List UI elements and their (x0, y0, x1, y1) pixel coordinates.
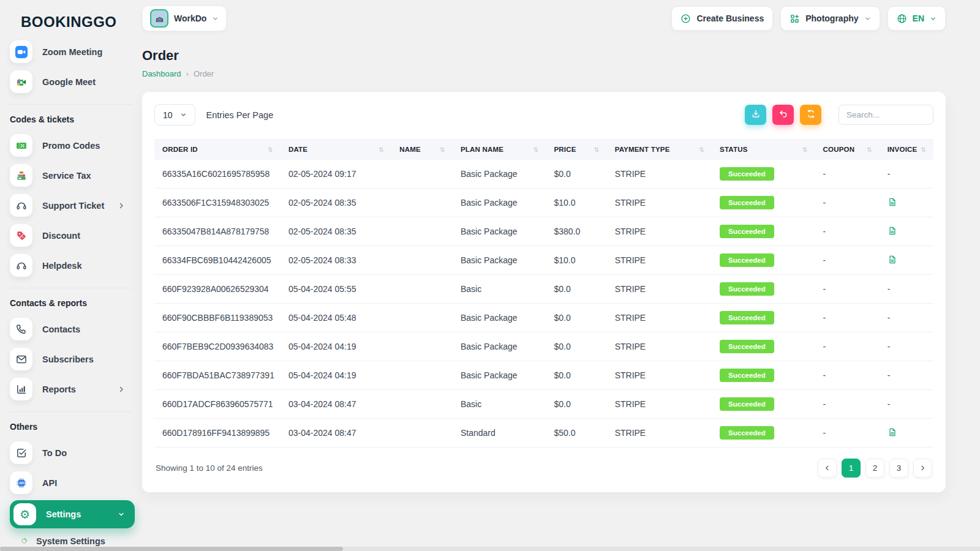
cell-coupon: - (815, 304, 879, 332)
sort-icon[interactable]: ⇅ (268, 146, 274, 153)
table-row: 660F7BDA51BAC73897739105-04-2024 04:19Ba… (154, 361, 933, 390)
sort-icon[interactable]: ⇅ (440, 146, 447, 153)
app-logo[interactable]: BOOKINGGO (0, 9, 142, 37)
horizontal-scrollbar[interactable] (0, 547, 980, 551)
column-header-payment-type[interactable]: PAYMENT TYPE⇅ (607, 139, 712, 160)
app-root: BOOKINGGO Zoom MeetingGoogle MeetCodes &… (0, 0, 980, 551)
chevron-down-icon (930, 15, 937, 22)
cell-payment-type: STRIPE (607, 361, 712, 390)
sort-icon[interactable]: ⇅ (533, 146, 540, 153)
cell-name (391, 390, 453, 419)
cell-name (391, 189, 453, 217)
pagination-page-2[interactable]: 2 (865, 459, 884, 478)
page-title: Order (142, 48, 946, 64)
sidebar-item-label: Discount (42, 231, 80, 241)
sidebar: BOOKINGGO Zoom MeetingGoogle MeetCodes &… (0, 0, 142, 551)
sort-icon[interactable]: ⇅ (594, 146, 601, 153)
column-label: STATUS (720, 146, 748, 153)
cell-price: $50.0 (546, 419, 606, 448)
column-header-price[interactable]: PRICE⇅ (546, 139, 606, 160)
column-header-order-id[interactable]: ORDER ID⇅ (154, 139, 281, 160)
column-header-date[interactable]: DATE⇅ (281, 139, 391, 160)
column-label: PLAN NAME (461, 146, 503, 153)
status-badge: Succeeded (720, 340, 774, 353)
cell-date: 05-04-2024 04:19 (281, 332, 391, 361)
column-header-invoice[interactable]: INVOICE⇅ (880, 139, 933, 160)
sidebar-item-reports[interactable]: Reports (10, 377, 135, 402)
sort-icon[interactable]: ⇅ (867, 146, 873, 153)
sort-icon[interactable]: ⇅ (379, 146, 386, 153)
pagination-page-3[interactable]: 3 (889, 459, 908, 478)
column-label: INVOICE (888, 146, 918, 153)
cell-plan-name: Basic Package (453, 189, 546, 217)
workspace-selector[interactable]: WorkDo (142, 6, 227, 31)
create-business-button[interactable]: Create Business (671, 6, 773, 31)
column-header-plan-name[interactable]: PLAN NAME⇅ (453, 139, 546, 160)
search-container (839, 105, 933, 125)
cell-invoice[interactable] (880, 419, 933, 448)
column-label: ORDER ID (162, 146, 198, 153)
invoice-file-icon[interactable] (888, 427, 897, 437)
refresh-button[interactable] (800, 105, 821, 125)
table-row: 660F7BEB9C2D093963408305-04-2024 04:19Ba… (154, 332, 933, 361)
cell-invoice[interactable] (880, 189, 933, 217)
cell-invoice[interactable] (880, 246, 933, 275)
sidebar-item-label: Contacts (42, 324, 80, 334)
sort-icon[interactable]: ⇅ (802, 146, 809, 153)
table-row: 66335047B814A87817975802-05-2024 08:35Ba… (154, 217, 933, 246)
cell-order-id: 6633506F1C315948303025 (154, 189, 281, 217)
sidebar-item-service-tax[interactable]: Service Tax (10, 163, 135, 188)
cell-date: 02-05-2024 08:33 (281, 246, 391, 275)
cell-coupon: - (815, 390, 879, 419)
search-input[interactable] (839, 105, 933, 125)
cell-status: Succeeded (712, 361, 815, 390)
invoice-file-icon[interactable] (888, 255, 897, 264)
cell-plan-name: Basic Package (453, 304, 546, 332)
column-header-name[interactable]: NAME⇅ (391, 139, 453, 160)
pagination-prev-button[interactable] (818, 459, 837, 478)
breadcrumb-dashboard-link[interactable]: Dashboard (142, 69, 181, 78)
sort-icon[interactable]: ⇅ (699, 146, 706, 153)
invoice-file-icon[interactable] (888, 197, 897, 207)
scrollbar-thumb[interactable] (0, 547, 343, 551)
cell-invoice: - (880, 275, 933, 304)
sidebar-item-api[interactable]: APIAPI (10, 470, 135, 495)
sidebar-item-discount[interactable]: Discount (10, 223, 135, 248)
column-header-coupon[interactable]: COUPON⇅ (815, 139, 879, 160)
sidebar-item-helpdesk[interactable]: Helpdesk (10, 253, 135, 278)
cell-invoice[interactable] (880, 217, 933, 246)
promo-codes-icon (10, 134, 32, 157)
pagination-page-1[interactable]: 1 (842, 459, 861, 478)
column-header-status[interactable]: STATUS⇅ (712, 139, 815, 160)
cell-coupon: - (815, 189, 879, 217)
cell-invoice: - (880, 361, 933, 390)
export-download-button[interactable] (745, 105, 766, 125)
sidebar-item-support-ticket[interactable]: Support Ticket (10, 193, 135, 218)
sidebar-nav: Zoom MeetingGoogle MeetCodes & ticketsPr… (0, 37, 142, 551)
sort-icon[interactable]: ⇅ (921, 146, 927, 153)
sidebar-item-contacts[interactable]: Contacts (10, 317, 135, 342)
entries-per-page-select[interactable]: 10 (154, 104, 195, 126)
sidebar-item-to-do[interactable]: To Do (10, 440, 135, 465)
invoice-file-icon[interactable] (888, 226, 897, 236)
sidebar-item-subscribers[interactable]: Subscribers (10, 347, 135, 372)
sidebar-item-settings[interactable]: ⚙Settings (10, 500, 135, 528)
sidebar-section-contacts-reports: Contacts & reports (10, 288, 132, 308)
sidebar-item-google-meet[interactable]: Google Meet (10, 69, 135, 94)
business-selector[interactable]: Photography (780, 6, 880, 31)
cell-plan-name: Basic (453, 390, 546, 419)
sidebar-item-zoom-meeting[interactable]: Zoom Meeting (10, 39, 135, 64)
language-selector[interactable]: EN (888, 6, 946, 31)
cell-price: $0.0 (546, 304, 606, 332)
cell-coupon: - (815, 361, 879, 390)
bullet-icon (21, 536, 28, 547)
business-label: Photography (805, 13, 858, 23)
cell-coupon: - (815, 160, 879, 189)
sidebar-item-promo-codes[interactable]: Promo Codes (10, 133, 135, 158)
undo-button[interactable] (772, 105, 794, 125)
status-badge: Succeeded (720, 369, 774, 382)
cell-payment-type: STRIPE (607, 189, 712, 217)
cell-payment-type: STRIPE (607, 217, 712, 246)
pagination-next-button[interactable] (913, 459, 932, 478)
cell-order-id: 660D178916FF9413899895 (154, 419, 281, 448)
